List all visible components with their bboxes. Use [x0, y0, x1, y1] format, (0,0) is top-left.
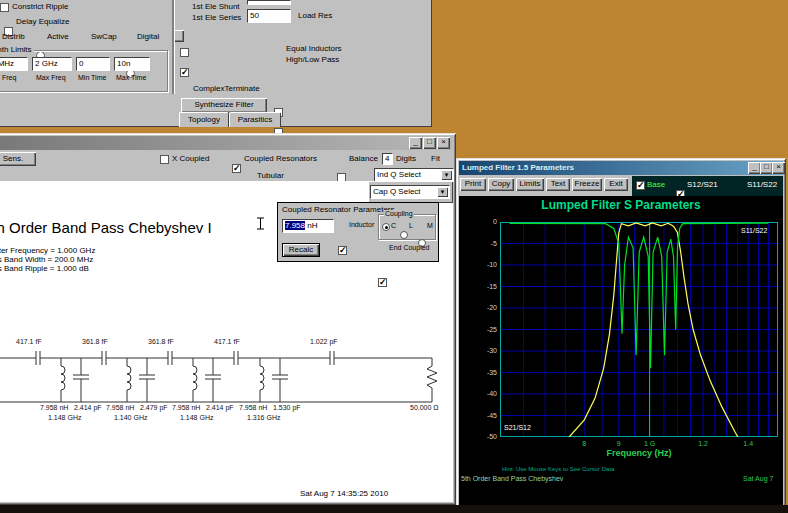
resonator-l-value: 7.958 nH	[106, 404, 134, 411]
resonator-c-value: 2.479 pF	[140, 404, 168, 411]
selected-value: 7.958	[285, 221, 305, 230]
coupled-resonators-label: Coupled Resonators	[244, 154, 317, 163]
plot-date: Sat Aug 7	[743, 475, 773, 482]
exit-button[interactable]: Exit	[604, 178, 628, 191]
realization-swcap-label: SwCap	[91, 32, 117, 41]
load-res-field[interactable]: 50	[247, 9, 291, 23]
plot-caption: 5th Order Band Pass Chebyshev	[461, 475, 563, 482]
first-ele-series-checkbox[interactable]	[180, 68, 189, 77]
y-tick-label: -5	[475, 240, 497, 247]
cap-select-value: Cap Q Select	[373, 187, 421, 196]
inductor-checkbox[interactable]	[338, 246, 347, 255]
resonator-f-value: 1.148 GHz	[48, 414, 81, 421]
y-tick-label: -40	[475, 390, 497, 397]
max-time-label: Max Time	[116, 74, 146, 81]
y-tick-label: -45	[475, 412, 497, 419]
synthesis-dialog: Constrict Ripple Delay Equalize Distrib …	[0, 0, 432, 127]
coupled-resonators-checkbox[interactable]	[232, 164, 241, 173]
x-tick-label: 1.2	[693, 440, 713, 447]
inductor-label: Inductor	[349, 221, 374, 228]
x-tick-label: 8	[574, 440, 594, 447]
first-ele-shunt-label: 1st Ele Shunt	[192, 2, 240, 11]
ind-select-dropdown[interactable]: Ind Q Select ▼	[374, 168, 454, 182]
max-time-field[interactable]: 10n	[114, 57, 150, 71]
realization-digital-label: Digital	[137, 32, 159, 41]
synth-limits-title: Synth Limits	[0, 45, 34, 54]
timestamp: Sat Aug 7 14:35:25 2010	[300, 489, 388, 498]
y-tick-label: -15	[475, 283, 497, 290]
chevron-down-icon[interactable]: ▼	[441, 170, 452, 180]
resonator-c-value: 2.414 pF	[74, 404, 102, 411]
print-button[interactable]: Print	[460, 178, 486, 191]
balance-label: Balance	[349, 154, 378, 163]
plot-area[interactable]	[500, 222, 778, 437]
y-tick-label: -35	[475, 369, 497, 376]
y-tick-label: -30	[475, 347, 497, 354]
base-trace-label: Base	[647, 180, 665, 189]
text-cursor-icon	[256, 217, 265, 232]
equal-inductors-label: Equal Inductors	[286, 44, 342, 53]
bottom-strip	[0, 505, 788, 513]
coupled-resonator-popup: Coupled Resonator Parameters Coupling C …	[277, 202, 439, 262]
min-freq-label: Freq	[2, 74, 16, 81]
filter-parameters: Center Frequency = 1.000 GHz Pass Band W…	[0, 246, 95, 273]
x-axis-title: Frequency (Hz)	[500, 448, 778, 458]
max-freq-label: Max Freq	[36, 74, 66, 81]
series-S11-S22	[510, 223, 769, 368]
schematic-window: _ □ × Sens. X Coupled Coupled Resonators…	[0, 133, 456, 505]
chevron-down-icon[interactable]: ▼	[437, 187, 448, 197]
resonator-value-input[interactable]: 7.958 nH	[282, 219, 334, 233]
max-freq-field[interactable]: 2 GHz	[32, 57, 72, 71]
maximize-button[interactable]: □	[423, 137, 436, 149]
tab-parasitics[interactable]: Parasitics	[229, 112, 281, 127]
base-trace-checkbox[interactable]	[636, 181, 645, 190]
limits-button[interactable]: Limits	[516, 178, 544, 191]
load-resistor-value: 50.000 Ω	[410, 404, 439, 411]
series-cap-value: 417.1 fF	[214, 338, 240, 345]
digits-value-box[interactable]: 4	[382, 153, 393, 165]
coupling-l-radio[interactable]	[400, 231, 408, 239]
schematic-canvas[interactable]: Cap Q Select ▼ 5th Order Band Pass Cheby…	[0, 181, 453, 502]
param-band-width: Pass Band Width = 200.0 MHz	[0, 255, 95, 264]
value-unit: nH	[305, 221, 317, 230]
y-tick-label: 0	[475, 218, 497, 225]
y-tick-label: -10	[475, 261, 497, 268]
resonator-f-value: 1.316 GHz	[247, 414, 280, 421]
digits-label: Digits	[396, 154, 416, 163]
first-ele-shunt-checkbox[interactable]	[180, 48, 189, 57]
popup-title: Coupled Resonator Parameters	[282, 205, 395, 214]
min-time-field[interactable]: 0	[76, 57, 110, 71]
recalc-button[interactable]: Recalc	[282, 243, 320, 257]
synthesize-filter-button[interactable]: Synthesize Filter	[181, 98, 267, 113]
min-time-label: Min Time	[78, 74, 106, 81]
dialog-divider	[172, 0, 174, 94]
resonator-c-value: 2.414 pF	[206, 404, 234, 411]
minimize-button[interactable]: _	[409, 137, 422, 149]
text-button[interactable]: Text	[546, 178, 570, 191]
close-button[interactable]: ×	[772, 162, 785, 174]
x-coupled-checkbox[interactable]	[160, 155, 169, 164]
coupling-c-radio[interactable]	[382, 223, 390, 231]
plot-client: Lumped Filter S Parameters S11/S22 S21/S…	[459, 196, 783, 513]
min-freq-field[interactable]: 2 MHz	[0, 57, 28, 71]
end-coupled-checkbox[interactable]	[378, 278, 387, 287]
coupling-m-label: M	[427, 222, 433, 229]
partial-field[interactable]	[247, 0, 291, 5]
sparam-window-titlebar[interactable]: Lumped Filter 1.5 Parameters	[459, 161, 783, 175]
delay-equalize-label: Delay Equalize	[16, 17, 69, 26]
sens-button[interactable]: Sens.	[0, 152, 36, 166]
x-tick-label: 1 G	[640, 440, 660, 447]
tab-topology[interactable]: Topology	[179, 112, 229, 127]
freeze-button[interactable]: Freeze	[572, 178, 602, 191]
copy-button[interactable]: Copy	[488, 178, 514, 191]
chart-title: Lumped Filter S Parameters	[459, 198, 783, 212]
cap-select-dropdown[interactable]: Cap Q Select ▼	[370, 185, 450, 199]
resonator-l-value: 7.958 nH	[172, 404, 200, 411]
constrict-ripple-label: Constrict Ripple	[12, 2, 68, 11]
x-coupled-label: X Coupled	[172, 154, 209, 163]
ladder-schematic: 417.1 fF 361.8 fF 361.8 fF 417.1 fF 1.02…	[0, 330, 452, 430]
schematic-window-titlebar[interactable]	[0, 136, 453, 150]
constrict-ripple-checkbox[interactable]	[0, 3, 9, 12]
close-button[interactable]: ×	[437, 137, 450, 149]
complex-terminate-label: ComplexTerminate	[193, 84, 260, 93]
